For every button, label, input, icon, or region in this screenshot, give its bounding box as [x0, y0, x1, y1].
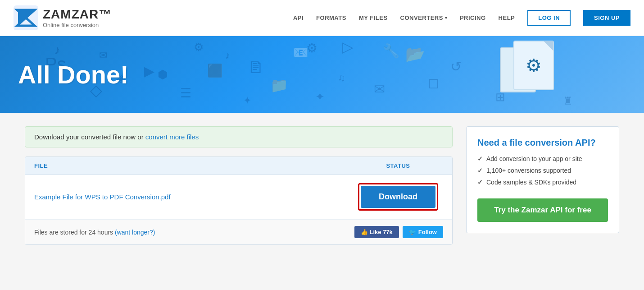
api-panel: Need a file conversion API? ✓ Add conver…: [466, 126, 619, 233]
api-feature-1: ✓ Add conversion to your app or site: [477, 155, 608, 162]
want-longer-link[interactable]: (want longer?): [115, 229, 155, 236]
bg-icon-11: ☰: [180, 86, 191, 101]
logo-text: ZAMZAR™ Online file conversion: [43, 7, 112, 28]
nav-formats[interactable]: FORMATS: [316, 14, 346, 21]
col-file-header: FILE: [34, 162, 353, 169]
api-feature-text-2: 1,100+ conversions supported: [486, 167, 571, 174]
bg-icon-7: ♫: [338, 72, 345, 84]
bg-icon-16: ✉: [374, 81, 385, 97]
bg-icon-3: ▶: [144, 63, 154, 79]
api-feature-text-1: Add conversion to your app or site: [486, 155, 582, 162]
download-cell: Download: [353, 183, 443, 211]
login-button[interactable]: LOG IN: [527, 10, 571, 26]
footer-storage-text: Files are stored for 24 hours (want long…: [34, 229, 354, 236]
bg-icon-13: ✦: [315, 90, 325, 103]
signup-button[interactable]: SIGN UP: [583, 10, 630, 26]
api-feature-text-3: Code samples & SDKs provided: [486, 179, 576, 186]
bg-icon-14: ▷: [342, 38, 354, 55]
banner-file-art: ⚙: [513, 41, 554, 90]
site-header: ZAMZAR™ Online file conversion API FORMA…: [0, 0, 644, 36]
convert-more-link[interactable]: convert more files: [145, 133, 199, 141]
follow-button[interactable]: 🐦 Follow: [403, 226, 443, 238]
bg-icon-18: ⬢: [158, 68, 168, 82]
left-panel: Download your converted file now or conv…: [25, 126, 453, 245]
main-nav: API FORMATS MY FILES CONVERTERS ▾ PRICIN…: [293, 10, 630, 26]
table-footer: Files are stored for 24 hours (want long…: [25, 219, 452, 244]
file-name-link[interactable]: Example File for WPS to PDF Conversion.p…: [34, 193, 353, 201]
check-icon-1: ✓: [477, 155, 483, 162]
nav-converters-dropdown[interactable]: CONVERTERS ▾: [400, 14, 447, 21]
zamzar-logo-icon: [14, 5, 38, 30]
like-button[interactable]: 👍 Like 77k: [354, 226, 399, 238]
file-table: FILE STATUS Example File for WPS to PDF …: [25, 157, 453, 245]
nav-api[interactable]: API: [293, 14, 304, 21]
download-button[interactable]: Download: [361, 186, 435, 208]
nav-converters-label: CONVERTERS: [400, 14, 443, 21]
gear-icon: ⚙: [526, 55, 542, 76]
file-page-front: ⚙: [513, 41, 554, 90]
api-feature-2: ✓ 1,100+ conversions supported: [477, 167, 608, 174]
bg-icon-21: ✦: [243, 95, 251, 106]
hero-banner: ♪ ✉ ▶ ⚙ 🖹 📧 ♫ 🔧 Ps ◇ ☰ 📁 ✦ ▷ ⬛ ✉ ♪ ⬢ ⚙ ◈…: [0, 36, 644, 113]
twitter-icon: 🐦: [409, 229, 416, 235]
api-feature-3: ✓ Code samples & SDKs provided: [477, 179, 608, 186]
bg-icon-4: ⚙: [194, 41, 204, 54]
nav-pricing[interactable]: PRICING: [460, 14, 486, 21]
logo-brand: ZAMZAR™: [43, 7, 112, 22]
bg-icon-19: ⚙: [306, 41, 317, 55]
bg-icon-5: 🖹: [248, 59, 263, 77]
nav-my-files[interactable]: MY FILES: [359, 14, 388, 21]
social-buttons: 👍 Like 77k 🐦 Follow: [354, 226, 443, 238]
logo-area: ZAMZAR™ Online file conversion: [14, 5, 112, 30]
bg-icon-22: 📂: [405, 45, 425, 64]
main-content: Download your converted file now or conv…: [11, 126, 633, 245]
banner-title: All Done!: [18, 60, 129, 89]
bg-icon-24: ↺: [450, 59, 462, 74]
bg-icon-8: 🔧: [383, 43, 399, 59]
footer-text-static: Files are stored for 24 hours: [34, 229, 115, 236]
bg-icon-28: ♜: [563, 95, 573, 107]
table-header: FILE STATUS: [25, 157, 452, 175]
table-row: Example File for WPS to PDF Conversion.p…: [25, 175, 452, 219]
bg-icon-23: ☐: [428, 77, 439, 92]
nav-help[interactable]: HELP: [499, 14, 515, 21]
bg-icon-17: ♪: [225, 50, 230, 61]
download-btn-wrapper: Download: [358, 183, 438, 211]
bg-icon-12: 📁: [270, 77, 288, 94]
bg-icon-15: ⬛: [207, 63, 223, 78]
col-status-header: STATUS: [353, 162, 443, 169]
api-panel-title: Need a file conversion API?: [477, 138, 608, 148]
api-cta-button[interactable]: Try the Zamzar API for free: [477, 198, 608, 222]
info-bar: Download your converted file now or conv…: [25, 126, 453, 147]
check-icon-3: ✓: [477, 179, 483, 186]
chevron-down-icon: ▾: [445, 15, 447, 20]
check-icon-2: ✓: [477, 167, 483, 174]
logo-tagline: Online file conversion: [43, 22, 112, 28]
info-bar-text: Download your converted file now or: [34, 133, 145, 141]
follow-label: Follow: [418, 229, 437, 235]
